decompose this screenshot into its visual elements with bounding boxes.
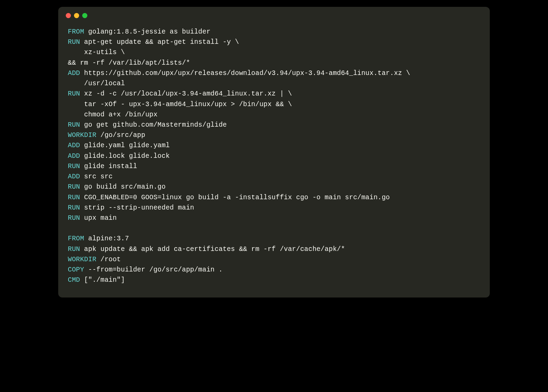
titlebar	[58, 7, 490, 24]
code-line	[68, 223, 480, 233]
code-line: xz-utils \	[68, 47, 480, 58]
text-token: ["./main"]	[80, 276, 125, 284]
code-line: RUN go build src/main.go	[68, 182, 480, 192]
keyword-token: RUN	[68, 163, 80, 170]
text-token: tar -xOf - upx-3.94-amd64_linux/upx > /b…	[68, 101, 292, 108]
keyword-token: WORKDIR	[68, 131, 96, 139]
text-token: src src	[80, 173, 113, 180]
keyword-token: RUN	[68, 204, 80, 212]
code-line: FROM alpine:3.7	[68, 233, 480, 244]
text-token: go get github.com/Masterminds/glide	[80, 121, 227, 129]
text-token: glide install	[80, 163, 137, 170]
code-line: RUN glide install	[68, 161, 480, 172]
code-block: FROM golang:1.8.5-jessie as builderRUN a…	[58, 24, 490, 298]
text-token: && rm -rf /var/lib/apt/lists/*	[68, 59, 190, 67]
code-line: WORKDIR /root	[68, 254, 480, 265]
code-line: WORKDIR /go/src/app	[68, 130, 480, 140]
keyword-token: ADD	[68, 69, 80, 77]
keyword-token: RUN	[68, 214, 80, 222]
code-line: CMD ["./main"]	[68, 275, 480, 285]
keyword-token: ADD	[68, 173, 80, 180]
code-line: RUN go get github.com/Masterminds/glide	[68, 120, 480, 130]
code-line: && rm -rf /var/lib/apt/lists/*	[68, 58, 480, 68]
code-line: ADD glide.lock glide.lock	[68, 151, 480, 161]
text-token: xz-utils \	[68, 49, 125, 56]
keyword-token: WORKDIR	[68, 256, 96, 263]
terminal-window: FROM golang:1.8.5-jessie as builderRUN a…	[58, 7, 490, 298]
text-token: xz -d -c /usr/local/upx-3.94-amd64_linux…	[80, 90, 292, 98]
keyword-token: COPY	[68, 266, 84, 274]
code-line: tar -xOf - upx-3.94-amd64_linux/upx > /b…	[68, 99, 480, 110]
keyword-token: RUN	[68, 38, 80, 46]
close-icon[interactable]	[66, 13, 71, 18]
text-token: apt-get update && apt-get install -y \	[80, 38, 239, 46]
code-line: /usr/local	[68, 78, 480, 89]
text-token: apk update && apk add ca-certificates &&…	[80, 245, 345, 253]
keyword-token: FROM	[68, 28, 84, 36]
keyword-token: RUN	[68, 183, 80, 191]
text-token: chmod a+x /bin/upx	[68, 111, 158, 118]
minimize-icon[interactable]	[74, 13, 79, 18]
code-line: RUN xz -d -c /usr/local/upx-3.94-amd64_l…	[68, 89, 480, 99]
code-line: chmod a+x /bin/upx	[68, 110, 480, 120]
text-token: golang:1.8.5-jessie as builder	[84, 28, 211, 36]
code-line: ADD glide.yaml glide.yaml	[68, 140, 480, 151]
keyword-token: RUN	[68, 121, 80, 129]
text-token: alpine:3.7	[84, 235, 129, 242]
text-token: --from=builder /go/src/app/main .	[84, 266, 223, 274]
keyword-token: RUN	[68, 90, 80, 98]
keyword-token: ADD	[68, 142, 80, 149]
code-line: RUN apk update && apk add ca-certificate…	[68, 244, 480, 254]
text-token: /root	[96, 256, 121, 263]
text-token: glide.lock glide.lock	[80, 152, 170, 160]
code-line: RUN upx main	[68, 213, 480, 223]
text-token: /usr/local	[68, 80, 125, 87]
code-line: RUN CGO_ENABLED=0 GOOS=linux go build -a…	[68, 192, 480, 203]
text-token: /go/src/app	[96, 131, 145, 139]
code-line: RUN apt-get update && apt-get install -y…	[68, 37, 480, 47]
text-token: upx main	[80, 214, 117, 222]
text-token: CGO_ENABLED=0 GOOS=linux go build -a -in…	[80, 194, 390, 201]
text-token: https://github.com/upx/upx/releases/down…	[80, 69, 410, 77]
code-line: RUN strip --strip-unneeded main	[68, 203, 480, 213]
keyword-token: CMD	[68, 276, 80, 284]
keyword-token: RUN	[68, 245, 80, 253]
text-token: glide.yaml glide.yaml	[80, 142, 170, 149]
code-line: FROM golang:1.8.5-jessie as builder	[68, 27, 480, 37]
text-token: go build src/main.go	[80, 183, 166, 191]
code-line: ADD https://github.com/upx/upx/releases/…	[68, 68, 480, 78]
text-token: strip --strip-unneeded main	[80, 204, 194, 212]
keyword-token: FROM	[68, 235, 84, 242]
code-line: COPY --from=builder /go/src/app/main .	[68, 265, 480, 275]
keyword-token: RUN	[68, 194, 80, 201]
code-line: ADD src src	[68, 172, 480, 182]
keyword-token: ADD	[68, 152, 80, 160]
maximize-icon[interactable]	[82, 13, 87, 18]
